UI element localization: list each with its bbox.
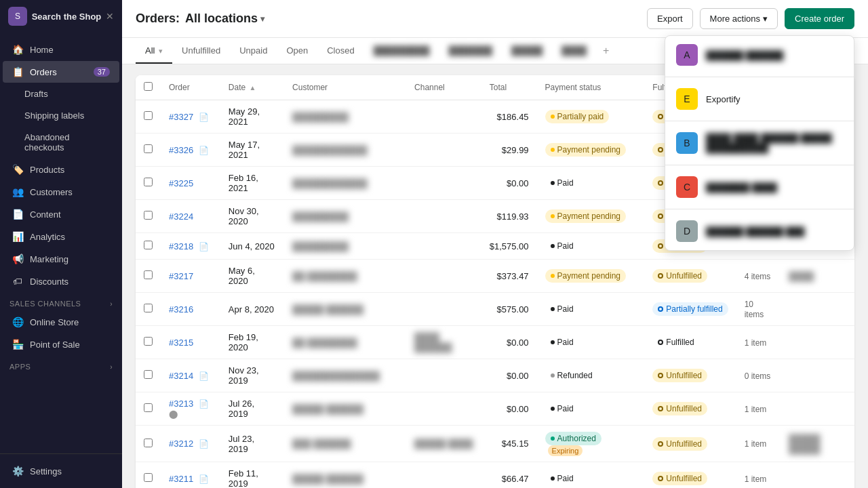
col-header-order: Order xyxy=(161,75,220,100)
sidebar-item-pos[interactable]: 🏪 Point of Sale xyxy=(3,333,119,355)
sidebar-item-analytics-label: Analytics xyxy=(30,232,65,242)
order-total: $1,575.00 xyxy=(481,233,537,260)
sidebar-item-online-store[interactable]: 🌐 Online Store xyxy=(3,311,119,333)
order-number[interactable]: #3217 xyxy=(169,271,193,281)
sidebar-item-abandoned[interactable]: Abandoned checkouts xyxy=(3,127,119,158)
table-row[interactable]: #3216 Apr 8, 2020 █████ ██████ $575.00 P… xyxy=(136,293,854,326)
tab-unpaid[interactable]: Unpaid xyxy=(230,39,277,64)
circle-icon: ⬤ xyxy=(169,409,178,419)
sidebar-item-orders[interactable]: 📋 Orders 37 xyxy=(3,61,119,83)
location-selector[interactable]: All locations ▾ xyxy=(185,12,264,26)
export-button[interactable]: Export xyxy=(647,8,693,29)
more-actions-button[interactable]: More actions ▾ xyxy=(700,8,778,29)
dropdown-item-app1[interactable]: A ██████ ██████ xyxy=(665,36,854,74)
sidebar-item-home[interactable]: 🏠 Home xyxy=(3,39,119,60)
row-checkbox[interactable] xyxy=(144,144,153,153)
order-number[interactable]: #3211 xyxy=(169,474,193,484)
row-checkbox[interactable] xyxy=(144,211,153,220)
order-date: May 17, 2021 xyxy=(220,134,284,167)
row-checkbox[interactable] xyxy=(144,241,153,249)
order-channel xyxy=(406,462,481,489)
order-extra xyxy=(781,326,854,359)
apps-expand-icon[interactable]: › xyxy=(110,363,113,371)
add-tab-button[interactable]: + xyxy=(596,38,616,64)
tab-8[interactable]: █████ xyxy=(502,39,552,64)
create-order-button[interactable]: Create order xyxy=(785,8,854,29)
tab-6[interactable]: █████████ xyxy=(364,39,439,64)
order-items: 1 item xyxy=(736,326,781,359)
order-number[interactable]: #3214 xyxy=(169,371,193,381)
order-channel xyxy=(406,293,481,326)
topbar-right: Export More actions ▾ Create order xyxy=(647,8,854,29)
table-row[interactable]: #3212 📄 Jul 23, 2019 ███ ██████ █████ ██… xyxy=(136,426,854,462)
order-number[interactable]: #3218 xyxy=(169,241,193,251)
row-checkbox[interactable] xyxy=(144,337,153,346)
table-row[interactable]: #3211 📄 Feb 11, 2019 █████ ██████ $66.47… xyxy=(136,462,854,489)
tab-open[interactable]: Open xyxy=(277,39,317,64)
order-channel xyxy=(406,392,481,426)
order-fulfillment-status: Partially fulfilled xyxy=(644,293,736,326)
tab-closed[interactable]: Closed xyxy=(317,39,363,64)
sidebar-item-content[interactable]: 📄 Content xyxy=(3,203,119,225)
order-number[interactable]: #3224 xyxy=(169,211,193,222)
order-number-cell: #3216 xyxy=(161,293,220,326)
col-header-date[interactable]: Date ▲ xyxy=(220,75,284,100)
sidebar-item-products[interactable]: 🏷️ Products xyxy=(3,159,119,180)
order-number[interactable]: #3225 xyxy=(169,178,193,188)
order-date: Jul 26, 2019 xyxy=(220,392,284,426)
app-icon: D xyxy=(676,220,698,242)
row-checkbox[interactable] xyxy=(144,304,153,312)
order-date: Feb 19, 2020 xyxy=(220,326,284,359)
dropdown-item-app5[interactable]: D ██████ ██████ ███ xyxy=(665,212,854,250)
dropdown-item-app3[interactable]: B ████ ████ ██████ █████ ██████████ xyxy=(665,124,854,162)
row-checkbox[interactable] xyxy=(144,403,153,412)
sales-channels-expand-icon[interactable]: › xyxy=(110,300,113,308)
sidebar-item-drafts[interactable]: Drafts xyxy=(3,83,119,104)
order-extra xyxy=(781,293,854,326)
table-row[interactable]: #3213 📄⬤ Jul 26, 2019 █████ ██████ $0.00… xyxy=(136,392,854,426)
tab-9[interactable]: ████ xyxy=(552,39,596,64)
row-checkbox[interactable] xyxy=(144,473,153,482)
tab-all[interactable]: All ▾ xyxy=(136,39,172,64)
table-row[interactable]: #3215 Feb 19, 2020 ██ ████████ ████ ████… xyxy=(136,326,854,359)
order-number-cell: #3224 xyxy=(161,200,220,233)
note-icon: 📄 xyxy=(199,474,209,484)
order-number[interactable]: #3327 xyxy=(169,112,193,122)
row-checkbox[interactable] xyxy=(144,178,153,186)
order-payment-status: Partially paid xyxy=(537,100,645,134)
select-all-checkbox[interactable] xyxy=(144,82,153,91)
tab-7[interactable]: ███████ xyxy=(439,39,502,64)
sidebar-item-customers[interactable]: 👥 Customers xyxy=(3,181,119,203)
tab-unfulfilled[interactable]: Unfulfilled xyxy=(172,39,230,64)
order-number[interactable]: #3212 xyxy=(169,439,193,449)
row-checkbox[interactable] xyxy=(144,111,153,120)
order-number[interactable]: #3216 xyxy=(169,304,193,314)
sidebar-item-settings[interactable]: ⚙️ Settings xyxy=(3,460,119,482)
sidebar-item-shipping[interactable]: Shipping labels xyxy=(3,105,119,126)
sidebar-item-marketing[interactable]: 📢 Marketing xyxy=(3,248,119,270)
order-number[interactable]: #3213 xyxy=(169,399,193,409)
sidebar-item-discounts[interactable]: 🏷 Discounts xyxy=(3,270,119,292)
sidebar-bottom: ⚙️ Settings xyxy=(0,453,122,488)
order-number-cell: #3214 📄 xyxy=(161,359,220,392)
order-number-cell: #3217 xyxy=(161,260,220,293)
dropdown-item-app4[interactable]: C ███████ ████ xyxy=(665,168,854,206)
table-row[interactable]: #3217 May 6, 2020 ██ ████████ $373.47 Pa… xyxy=(136,260,854,293)
order-number[interactable]: #3215 xyxy=(169,338,193,348)
sidebar-item-analytics[interactable]: 📊 Analytics xyxy=(3,226,119,247)
sidebar-item-discounts-label: Discounts xyxy=(30,277,68,287)
table-row[interactable]: #3214 📄 Nov 23, 2019 ██████████████ $0.0… xyxy=(136,359,854,392)
brand-bar: S Search the Shop ✕ xyxy=(0,0,122,33)
order-date: Feb 11, 2019 xyxy=(220,462,284,489)
row-checkbox[interactable] xyxy=(144,370,153,379)
more-actions-caret-icon: ▾ xyxy=(763,14,768,24)
brand-close-icon[interactable]: ✕ xyxy=(106,11,114,22)
order-extra xyxy=(781,462,854,489)
row-checkbox[interactable] xyxy=(144,270,153,279)
note-icon: 📄 xyxy=(199,371,209,381)
row-checkbox[interactable] xyxy=(144,439,153,447)
order-payment-status: Paid xyxy=(537,293,645,326)
order-customer: ███ ██████ xyxy=(284,426,406,462)
dropdown-item-exportify[interactable]: E Exportify xyxy=(665,80,854,118)
order-number[interactable]: #3326 xyxy=(169,145,193,155)
